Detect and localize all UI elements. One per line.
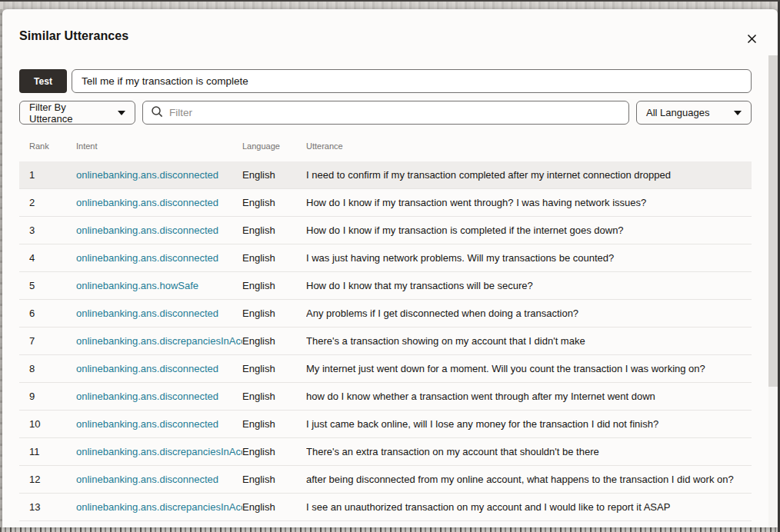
language-cell: English <box>242 474 306 485</box>
utterance-cell: There's an extra transaction on my accou… <box>306 446 752 457</box>
utterance-cell: how do I know whether a transaction went… <box>306 391 752 402</box>
language-cell: English <box>242 252 306 264</box>
language-cell: English <box>242 280 306 291</box>
language-cell: English <box>242 391 306 402</box>
rank-cell: 3 <box>29 224 76 236</box>
column-header-utterance: Utterance <box>306 141 343 151</box>
intent-link[interactable]: onlinebanking.ans.disconnected <box>76 169 242 181</box>
language-cell: English <box>242 363 306 374</box>
utterance-table: 1 onlinebanking.ans.disconnected English… <box>19 161 752 521</box>
intent-link[interactable]: onlinebanking.ans.disconnected <box>76 252 242 264</box>
column-header-language: Language <box>242 141 280 151</box>
rank-cell: 1 <box>29 169 76 181</box>
utterance-cell: after being disconnected from my online … <box>306 474 752 485</box>
test-bar: Test <box>19 69 752 93</box>
table-row[interactable]: 2 onlinebanking.ans.disconnected English… <box>19 189 752 217</box>
intent-link[interactable]: onlinebanking.ans.disconnected <box>76 391 242 402</box>
language-cell: English <box>242 446 306 457</box>
dialog-title: Similar Utterances <box>19 29 128 43</box>
intent-link[interactable]: onlinebanking.ans.howSafe <box>76 280 242 291</box>
close-icon <box>747 34 757 46</box>
language-cell: English <box>242 335 306 347</box>
table-row[interactable]: 3 onlinebanking.ans.disconnected English… <box>19 217 752 244</box>
filter-by-utterance-select[interactable]: Filter By Utterance <box>19 101 135 125</box>
intent-link[interactable]: onlinebanking.ans.disconnected <box>76 224 242 236</box>
utterance-cell: Any problems if I get disconnected when … <box>306 308 752 319</box>
intent-link[interactable]: onlinebanking.ans.disconnected <box>76 197 242 208</box>
page-edge-top-band <box>0 2 778 9</box>
scrollbar-thumb[interactable] <box>768 55 778 387</box>
rank-cell: 2 <box>29 197 76 208</box>
table-row[interactable]: 6 onlinebanking.ans.disconnected English… <box>19 300 752 328</box>
rank-cell: 5 <box>29 280 76 291</box>
language-cell: English <box>242 169 306 181</box>
table-row[interactable]: 4 onlinebanking.ans.disconnected English… <box>19 244 752 272</box>
table-row[interactable]: 13 onlinebanking.ans.discrepanciesInAcc … <box>19 494 752 521</box>
language-filter-select[interactable]: All Languages <box>636 101 752 125</box>
table-row[interactable]: 9 onlinebanking.ans.disconnected English… <box>19 383 752 411</box>
table-row[interactable]: 5 onlinebanking.ans.howSafe English How … <box>19 272 752 300</box>
table-row[interactable]: 11 onlinebanking.ans.discrepanciesInAcc … <box>19 438 752 466</box>
close-button[interactable] <box>742 31 761 49</box>
caret-down-icon <box>734 111 742 115</box>
column-header-rank: Rank <box>29 141 49 151</box>
filter-bar: Filter By Utterance All Languages <box>19 101 752 125</box>
utterance-cell: I was just having network problems. Will… <box>306 252 752 264</box>
rank-cell: 8 <box>29 363 76 374</box>
intent-link[interactable]: onlinebanking.ans.discrepanciesInAcc <box>76 501 242 513</box>
language-cell: English <box>242 197 306 208</box>
table-row[interactable]: 12 onlinebanking.ans.disconnected Englis… <box>19 466 752 494</box>
rank-cell: 6 <box>29 308 76 319</box>
intent-link[interactable]: onlinebanking.ans.discrepanciesInAcc <box>76 335 242 347</box>
utterance-cell: How do I know if my transaction is compl… <box>306 224 752 236</box>
utterance-cell: I just came back online, will I lose any… <box>306 418 752 430</box>
table-header: Rank Intent Language Utterance <box>19 138 752 155</box>
language-filter-value: All Languages <box>646 107 709 118</box>
table-row[interactable]: 8 onlinebanking.ans.disconnected English… <box>19 355 752 383</box>
vertical-scrollbar[interactable] <box>768 55 778 527</box>
utterance-cell: I need to confirm if my transaction comp… <box>306 169 752 181</box>
table-row[interactable]: 1 onlinebanking.ans.disconnected English… <box>19 161 752 189</box>
utterance-cell: I see an unauthorized transaction on my … <box>306 501 752 513</box>
intent-link[interactable]: onlinebanking.ans.disconnected <box>76 363 242 374</box>
language-cell: English <box>242 501 306 513</box>
intent-link[interactable]: onlinebanking.ans.disconnected <box>76 418 242 430</box>
filter-search-box[interactable] <box>142 101 629 125</box>
language-cell: English <box>242 224 306 236</box>
rank-cell: 4 <box>29 252 76 264</box>
intent-link[interactable]: onlinebanking.ans.disconnected <box>76 474 242 485</box>
test-utterance-input[interactable] <box>72 69 752 93</box>
column-header-intent: Intent <box>76 141 98 151</box>
rank-cell: 11 <box>29 446 76 457</box>
utterance-cell: My internet just went down for a moment.… <box>306 363 752 374</box>
rank-cell: 12 <box>29 474 76 485</box>
rank-cell: 10 <box>29 418 76 430</box>
page-edge-bottom <box>0 527 778 532</box>
similar-utterances-dialog: Similar Utterances Test Filter By Uttera… <box>2 9 778 527</box>
rank-cell: 7 <box>29 335 76 347</box>
utterance-cell: How do I know if my transaction went thr… <box>306 197 752 208</box>
language-cell: English <box>242 308 306 319</box>
search-icon <box>151 105 163 121</box>
intent-link[interactable]: onlinebanking.ans.disconnected <box>76 308 242 319</box>
table-row[interactable]: 7 onlinebanking.ans.discrepanciesInAcc E… <box>19 328 752 355</box>
utterance-cell: There's a transaction showing on my acco… <box>306 335 752 347</box>
language-cell: English <box>242 418 306 430</box>
caret-down-icon <box>118 111 125 115</box>
filter-by-utterance-value: Filter By Utterance <box>29 101 110 125</box>
intent-link[interactable]: onlinebanking.ans.discrepanciesInAcc <box>76 446 242 457</box>
utterance-cell: How do I know that my transactions will … <box>306 280 752 291</box>
rank-cell: 13 <box>29 501 76 513</box>
table-row[interactable]: 10 onlinebanking.ans.disconnected Englis… <box>19 411 752 438</box>
test-button[interactable]: Test <box>19 69 67 93</box>
rank-cell: 9 <box>29 391 76 402</box>
filter-input[interactable] <box>169 107 621 118</box>
